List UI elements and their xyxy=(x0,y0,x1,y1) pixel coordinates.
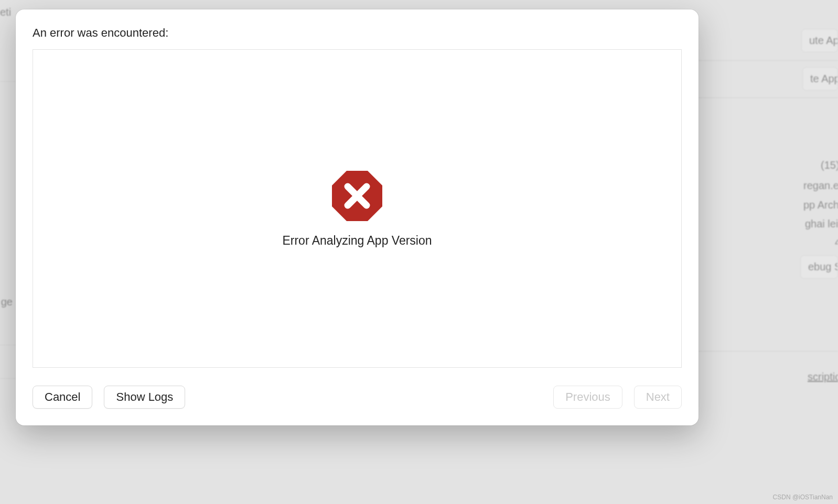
error-icon xyxy=(330,170,384,222)
cancel-button[interactable]: Cancel xyxy=(33,386,92,409)
error-dialog: An error was encountered: Error Analyzin… xyxy=(16,9,699,425)
modal-title: An error was encountered: xyxy=(33,26,682,40)
modal-content-box: Error Analyzing App Version xyxy=(33,49,682,368)
modal-footer: Cancel Show Logs Previous Next xyxy=(33,386,682,409)
error-message-text: Error Analyzing App Version xyxy=(282,234,432,248)
previous-button[interactable]: Previous xyxy=(553,386,622,409)
watermark: CSDN @iOSTianNan xyxy=(773,494,833,501)
next-button[interactable]: Next xyxy=(634,386,682,409)
show-logs-button[interactable]: Show Logs xyxy=(104,386,185,409)
